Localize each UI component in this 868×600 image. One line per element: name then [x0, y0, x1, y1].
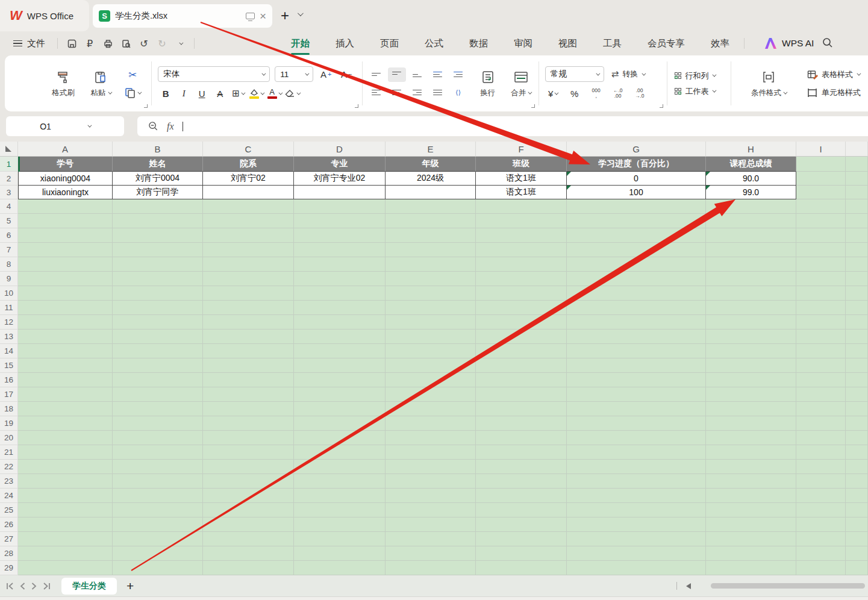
cell-G5[interactable]: [567, 214, 706, 228]
cell-C22[interactable]: [203, 460, 294, 474]
cell-E13[interactable]: [386, 330, 476, 344]
cell-B6[interactable]: [113, 228, 203, 243]
cell-A15[interactable]: [18, 358, 113, 373]
column-header-E[interactable]: E: [386, 142, 476, 157]
cell-I5[interactable]: [796, 214, 846, 228]
cell-F1[interactable]: 班级: [476, 157, 567, 172]
convert-button[interactable]: ⇄ 转换: [611, 69, 645, 80]
row-header-12[interactable]: 12: [0, 315, 18, 330]
column-header-partial[interactable]: [846, 142, 868, 157]
format-painter-button[interactable]: 格式刷: [45, 69, 82, 98]
cell-I15[interactable]: [796, 358, 846, 373]
cell-C17[interactable]: [203, 387, 294, 402]
cell-I27[interactable]: [796, 532, 846, 546]
cell-B9[interactable]: [113, 272, 203, 286]
cell-J28[interactable]: [846, 546, 868, 561]
cell-H12[interactable]: [706, 315, 796, 330]
cell-H19[interactable]: [706, 416, 796, 431]
cell-F20[interactable]: [476, 431, 567, 445]
cell-G4[interactable]: [567, 199, 706, 214]
cell-F19[interactable]: [476, 416, 567, 431]
cell-J8[interactable]: [846, 257, 868, 272]
cell-A19[interactable]: [18, 416, 113, 431]
tab-home[interactable]: 开始: [290, 34, 311, 54]
cell-E12[interactable]: [386, 315, 476, 330]
cell-H10[interactable]: [706, 286, 796, 301]
cell-I12[interactable]: [796, 315, 846, 330]
tab-efficiency[interactable]: 效率: [710, 34, 731, 54]
cell-J19[interactable]: [846, 416, 868, 431]
horizontal-scrollbar-thumb[interactable]: [711, 583, 865, 589]
cell-A11[interactable]: [18, 301, 113, 315]
row-header-29[interactable]: 29: [0, 561, 18, 575]
cell-E26[interactable]: [386, 517, 476, 532]
cell-F11[interactable]: [476, 301, 567, 315]
cell-I4[interactable]: [796, 199, 846, 214]
column-header-I[interactable]: I: [796, 142, 846, 157]
paste-chevron-icon[interactable]: [108, 90, 112, 95]
row-header-6[interactable]: 6: [0, 228, 18, 243]
cell-G24[interactable]: [567, 489, 706, 503]
cell-A14[interactable]: [18, 344, 113, 358]
cell-G11[interactable]: [567, 301, 706, 315]
row-header-20[interactable]: 20: [0, 431, 18, 445]
cell-G7[interactable]: [567, 243, 706, 257]
cell-I18[interactable]: [796, 402, 846, 416]
row-header-9[interactable]: 9: [0, 272, 18, 286]
cell-A5[interactable]: [18, 214, 113, 228]
cell-B28[interactable]: [113, 546, 203, 561]
cell-E2[interactable]: 2024级: [386, 172, 476, 186]
row-header-11[interactable]: 11: [0, 301, 18, 315]
cell-C23[interactable]: [203, 474, 294, 489]
column-header-F[interactable]: F: [476, 142, 567, 157]
cell-B4[interactable]: [113, 199, 203, 214]
cell-C3[interactable]: [203, 186, 294, 199]
name-box[interactable]: O1: [6, 116, 124, 136]
cell-I16[interactable]: [796, 373, 846, 387]
cell-G18[interactable]: [567, 402, 706, 416]
tab-view[interactable]: 视图: [557, 34, 578, 54]
cell-C20[interactable]: [203, 431, 294, 445]
cell-H16[interactable]: [706, 373, 796, 387]
rows-cols-button[interactable]: 行和列: [675, 70, 716, 81]
cell-A12[interactable]: [18, 315, 113, 330]
document-tab[interactable]: S 学生分类.xlsx ×: [93, 4, 272, 28]
cell-I24[interactable]: [796, 489, 846, 503]
row-header-28[interactable]: 28: [0, 546, 18, 561]
bold-button[interactable]: B: [158, 86, 173, 101]
cell-A25[interactable]: [18, 503, 113, 517]
cell-J5[interactable]: [846, 214, 868, 228]
cell-A20[interactable]: [18, 431, 113, 445]
cell-C4[interactable]: [203, 199, 294, 214]
cell-D24[interactable]: [294, 489, 386, 503]
copy-button[interactable]: [125, 87, 140, 98]
cell-H1[interactable]: 课程总成绩: [706, 157, 796, 172]
cell-I11[interactable]: [796, 301, 846, 315]
last-sheet-icon[interactable]: [43, 583, 51, 590]
cell-C2[interactable]: 刘宵宁02: [203, 172, 294, 186]
cell-B21[interactable]: [113, 445, 203, 460]
copy-chevron-icon[interactable]: [137, 90, 142, 94]
cell-H5[interactable]: [706, 214, 796, 228]
cell-I3[interactable]: [796, 186, 846, 199]
print-preview-icon[interactable]: [117, 39, 135, 49]
cell-B12[interactable]: [113, 315, 203, 330]
cell-D29[interactable]: [294, 561, 386, 575]
fx-icon[interactable]: fx: [167, 121, 174, 132]
cell-C6[interactable]: [203, 228, 294, 243]
text-orientation-icon[interactable]: ⟨⟩: [449, 86, 467, 100]
select-all-cell[interactable]: [0, 142, 18, 157]
cell-D18[interactable]: [294, 402, 386, 416]
cell-I29[interactable]: [796, 561, 846, 575]
cell-D5[interactable]: [294, 214, 386, 228]
cell-H22[interactable]: [706, 460, 796, 474]
cell-D28[interactable]: [294, 546, 386, 561]
cell-E27[interactable]: [386, 532, 476, 546]
number-group-expand-icon[interactable]: [660, 104, 663, 108]
increase-decimal-icon[interactable]: .00→.0: [632, 86, 648, 101]
hamburger-icon[interactable]: [13, 40, 22, 47]
cell-style-button[interactable]: 单元格样式: [807, 87, 861, 98]
cell-H21[interactable]: [706, 445, 796, 460]
cell-H28[interactable]: [706, 546, 796, 561]
cell-H17[interactable]: [706, 387, 796, 402]
